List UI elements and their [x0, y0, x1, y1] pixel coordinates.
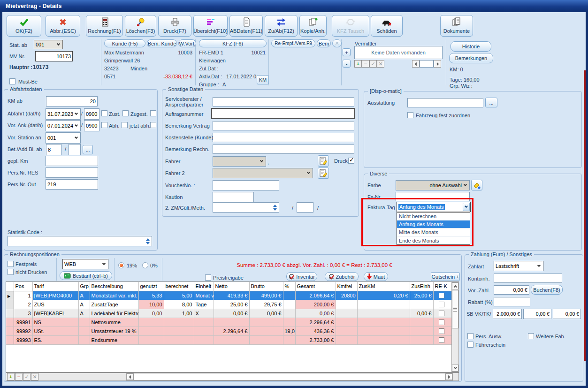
pers-out-input[interactable]: 219	[46, 179, 98, 190]
farbe-select[interactable]: ohne Auswahl	[396, 180, 470, 190]
gepl-km-input[interactable]	[46, 156, 98, 166]
rek-checkbox[interactable]	[439, 337, 444, 343]
jetzt-abh-checkbox[interactable]	[150, 122, 156, 128]
rek-checkbox[interactable]	[439, 302, 444, 307]
table-row-umsatzsteuer[interactable]: 99992 USt. Umsatzsteuer 19 % 2.296,64 € …	[6, 327, 452, 335]
km-ab-input[interactable]: 20	[46, 96, 98, 107]
chevron-down-icon[interactable]	[73, 121, 80, 130]
farbe-picker-button[interactable]	[471, 180, 482, 190]
festpreis-checkbox[interactable]	[8, 261, 14, 267]
abh-checkbox[interactable]	[122, 122, 128, 128]
ausstattung-input[interactable]	[407, 98, 483, 107]
zm-input[interactable]	[213, 202, 279, 213]
zubehoer-button[interactable]: Zubehör	[325, 272, 359, 281]
chevron-down-icon[interactable]	[100, 260, 107, 268]
zugest-checkbox[interactable]	[150, 110, 156, 116]
pers-ausw-checkbox[interactable]	[467, 333, 473, 339]
ok-button[interactable]: OK(F2)	[7, 15, 41, 37]
grid-add-row-button[interactable]	[7, 373, 15, 380]
rek-cell[interactable]	[433, 300, 452, 309]
kontoinh-input[interactable]	[494, 274, 562, 283]
statistik-code-input[interactable]	[8, 236, 152, 246]
scrollbar-thumb[interactable]	[452, 290, 458, 328]
kfz-button[interactable]: KFZ (F6)	[199, 39, 267, 47]
vat19-radio[interactable]	[118, 262, 124, 268]
table-row-selected[interactable]: 1 [WEB]PMO4000 A Monatstarif var. inkl. …	[6, 291, 452, 300]
gutschein-button[interactable]: Gutschein +	[431, 272, 460, 281]
rek-cell[interactable]	[433, 327, 452, 335]
schaeden-button[interactable]: Schäden	[371, 15, 403, 37]
vorank-date-select[interactable]: 07.01.2024	[46, 120, 81, 131]
must-be-checkbox[interactable]	[9, 78, 15, 84]
abfahrt-time-input[interactable]: 0900	[84, 108, 99, 120]
nicht-drucken-checkbox[interactable]	[8, 269, 14, 275]
reempf-bem-button[interactable]: Bem	[317, 39, 331, 47]
abort-button[interactable]: Abbr.(ESC)	[46, 15, 80, 37]
grid-vertical-scrollbar[interactable]	[451, 282, 459, 372]
chevron-down-icon[interactable]	[73, 133, 80, 143]
faktura-option-anfang[interactable]: Anfang des Monats	[397, 221, 470, 228]
inventar-button[interactable]: Inventar	[286, 272, 317, 281]
rek-cell[interactable]	[433, 335, 452, 344]
abfahrt-checkbox[interactable]	[101, 110, 107, 116]
auftragsnummer-input[interactable]	[211, 108, 355, 119]
dokumente-button[interactable]: Dokumente	[440, 15, 473, 37]
historie-button[interactable]: Historie	[451, 41, 491, 52]
fahrer-edit-button[interactable]	[318, 155, 329, 167]
druck-button[interactable]: Druck(F7)	[158, 15, 191, 37]
km-button[interactable]: KM	[257, 75, 269, 84]
weitere-fah-checkbox[interactable]	[528, 333, 534, 339]
rek-checkbox[interactable]	[439, 311, 444, 316]
abdaten-button[interactable]: ABDaten(F11)	[229, 15, 263, 37]
zust-checkbox[interactable]	[122, 110, 129, 116]
wvorl-button[interactable]: W.Vorl.	[178, 39, 196, 47]
bet-input-2[interactable]	[69, 144, 81, 155]
grid-delete-row-button[interactable]	[15, 373, 23, 380]
vermittler-add-button[interactable]: +	[343, 48, 351, 56]
rek-cell[interactable]	[433, 309, 452, 318]
vat0-radio[interactable]	[142, 262, 148, 268]
chevron-down-icon[interactable]	[462, 181, 469, 190]
grid-horizontal-scrollbar[interactable]	[126, 373, 453, 380]
bet-input-1[interactable]: 8	[46, 144, 61, 155]
sb-input-3[interactable]: 0,00 €	[553, 309, 581, 319]
spinner-icon[interactable]	[145, 237, 151, 245]
spinner-icon[interactable]	[272, 203, 278, 212]
zuab-button[interactable]: Zu/Ab(F12)	[265, 15, 298, 37]
fuehrerschein-checkbox[interactable]	[467, 342, 473, 348]
table-row[interactable]: 3 [WEB]KABEL A Ladekabel für Elektroauto…	[6, 309, 452, 318]
voucher-input[interactable]	[213, 180, 279, 190]
rabatt-input[interactable]	[494, 297, 530, 306]
faktura-option-nicht-berechnen[interactable]: Nicht berechnen	[397, 213, 470, 221]
vermittler-next-button[interactable]	[434, 60, 441, 68]
vorank-time-input[interactable]: 0900	[84, 120, 99, 131]
rek-checkbox[interactable]	[439, 293, 444, 298]
rek-cell[interactable]	[433, 318, 452, 327]
scroll-down-button[interactable]	[452, 365, 458, 372]
rek-checkbox[interactable]	[439, 328, 444, 334]
faktura-option-mitte[interactable]: Mitte des Monats	[397, 228, 470, 236]
abfahrt-date-select[interactable]: 31.07.2023	[46, 108, 81, 120]
kostenstelle-input[interactable]	[213, 133, 354, 142]
faktura-option-ende[interactable]: Ende des Monats	[397, 236, 470, 244]
uebersicht-button[interactable]: Übersicht(F10)	[193, 15, 228, 37]
vermittler-prev-button[interactable]	[412, 60, 420, 68]
chevron-down-icon[interactable]	[535, 262, 542, 270]
sb-tk-input[interactable]: 0,00 €	[523, 309, 551, 319]
kopie-button[interactable]: Kopie/Anh.	[299, 15, 327, 37]
scroll-left-button[interactable]	[127, 373, 134, 380]
chevron-down-icon[interactable]	[73, 109, 80, 119]
zahlart-select[interactable]: Lastschrift	[494, 261, 543, 271]
vorzahl-input[interactable]: 0,00 €	[494, 285, 529, 295]
mv-nr-input[interactable]: 10173	[35, 51, 73, 61]
vor-station-select[interactable]: 001	[46, 132, 81, 144]
rechnung-button[interactable]: Rechnung(F1)	[86, 15, 123, 37]
reempf-button[interactable]: Re-Empf./Vers.F9	[271, 39, 315, 47]
faktura-tag-select[interactable]: Anfang des Monats	[397, 202, 471, 212]
zm-input-2[interactable]	[297, 202, 313, 213]
bemerkungen-button[interactable]: Bemerkungen	[449, 53, 493, 63]
bet-browse-button[interactable]: ...	[83, 145, 93, 154]
loeschen-button[interactable]: Löschen(F3)	[125, 15, 156, 37]
table-row[interactable]: 2 ZUS A ZusatzTage 10,00 8,00 Tage 25,00…	[6, 300, 452, 309]
tarif-select[interactable]: WEB	[62, 259, 108, 269]
